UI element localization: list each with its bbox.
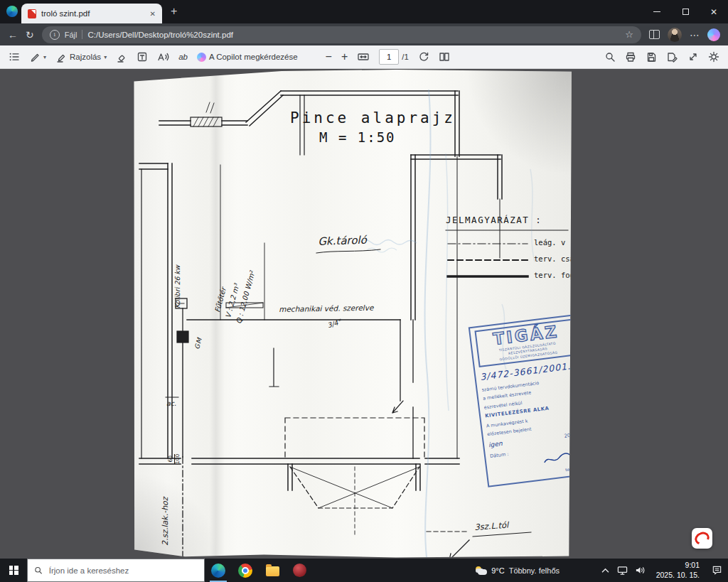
edge-icon (211, 564, 225, 578)
boiler-note: Kolibri 26 kw (173, 265, 181, 308)
legend-item-label: terv. fogy (534, 271, 572, 279)
profile-avatar[interactable] (668, 28, 682, 42)
contents-button[interactable] (9, 51, 20, 63)
close-button[interactable]: ✕ (700, 0, 728, 23)
url-scheme-label: Fájl (65, 31, 77, 39)
hidden-icons-chevron-icon[interactable] (601, 567, 610, 573)
menu-ellipsis-icon[interactable]: ⋯ (690, 29, 700, 41)
minimize-button[interactable] (643, 0, 671, 23)
add-text-button[interactable] (136, 51, 148, 63)
new-tab-button[interactable]: + (171, 5, 177, 18)
action-center-button[interactable] (705, 559, 728, 582)
page-number-group: 1 /1 (379, 49, 409, 65)
scanned-blueprint-page: Pince alaprajz M = 1:50 Gk.tároló JELMAG… (132, 70, 572, 559)
zoom-in-button[interactable]: + (341, 51, 348, 63)
read-aloud-icon (157, 51, 169, 63)
refresh-icon[interactable]: ↻ (26, 30, 34, 40)
taskbar-clock[interactable]: 9:01 2025. 10. 15. (654, 559, 700, 582)
pdf-favicon-icon (28, 9, 36, 18)
mechanical-note: mechanikai véd. szerelve (279, 303, 374, 313)
plan-title: Pince alaprajz (290, 109, 456, 126)
stamp-yes-note: igen (488, 440, 503, 448)
edge-window-icon[interactable] (6, 6, 18, 17)
legend-item-label: leág. v (534, 238, 565, 247)
search-document-button[interactable] (604, 51, 616, 63)
browser-tab[interactable]: troló szint.pdf ✕ (21, 4, 162, 23)
page-number-input[interactable]: 1 (379, 49, 399, 65)
volume-icon[interactable] (635, 565, 646, 576)
dictionary-button[interactable]: ab (178, 53, 188, 61)
weather-widget[interactable]: 9°C Többny. felhős (468, 559, 567, 582)
weather-icon (475, 566, 487, 575)
taskbar-chrome-button[interactable] (232, 559, 259, 582)
tab-title: troló szint.pdf (41, 9, 145, 18)
draw-label: Rajzolás (70, 53, 101, 61)
plus-icon: + (341, 51, 348, 63)
gear-icon (708, 51, 719, 63)
draw-button[interactable]: Rajzolás ▾ (55, 51, 107, 63)
network-icon[interactable] (617, 565, 628, 576)
maximize-button[interactable] (671, 0, 700, 23)
page-count-label: /1 (402, 53, 409, 61)
save-as-button[interactable] (666, 51, 678, 63)
dimension-bottom: 100 (174, 454, 181, 464)
clock-time: 9:01 (685, 561, 700, 571)
legend-item-label: terv. csatl (534, 254, 572, 263)
legend-title: JELMAGYARÁZAT : (446, 215, 542, 225)
read-aloud-button[interactable] (157, 51, 169, 63)
taskbar-search[interactable] (27, 559, 205, 582)
text-box-icon (136, 51, 148, 63)
rotate-button[interactable] (418, 51, 429, 63)
taskbar-app-button[interactable] (286, 559, 313, 582)
open-in-acrobat-button[interactable] (692, 528, 712, 549)
taskbar-edge-button[interactable] (205, 559, 232, 582)
favorite-star-icon[interactable]: ☆ (625, 29, 633, 40)
search-icon (34, 566, 43, 575)
divider (82, 30, 82, 39)
search-input[interactable] (48, 566, 198, 576)
weather-condition: Többny. felhős (509, 566, 560, 575)
rotate-icon (418, 51, 429, 63)
pdf-viewer-canvas: Pince alaprajz M = 1:50 Gk.tároló JELMAG… (0, 70, 728, 559)
pen-icon (29, 51, 41, 63)
save-icon (646, 51, 657, 63)
two-page-view-icon (439, 51, 450, 63)
settings-button[interactable] (708, 51, 719, 63)
url-field[interactable]: i Fájl C:/Users/Dell/Desktop/troló%20szi… (42, 26, 641, 43)
weather-temp: 9°C (491, 566, 504, 575)
zoom-out-button[interactable]: − (326, 51, 332, 63)
url-text[interactable]: C:/Users/Dell/Desktop/troló%20szint.pdf (87, 31, 620, 39)
dictionary-icon: ab (178, 53, 188, 61)
pen-tool-button[interactable]: ▾ (29, 51, 46, 63)
fit-to-width-button[interactable] (357, 51, 370, 63)
print-button[interactable] (625, 51, 636, 63)
save-button[interactable] (646, 51, 657, 63)
chrome-icon (238, 564, 252, 578)
notification-icon (712, 565, 722, 576)
stamp-date-mark: 2001 NOV (563, 429, 572, 439)
pipe-material-note: ac. (166, 399, 176, 407)
windows-taskbar: 9°C Többny. felhős 9:01 2025. 10. 15. (0, 559, 728, 582)
room-label: Gk.tároló (318, 234, 367, 248)
back-icon[interactable]: ← (8, 30, 18, 40)
page-view-button[interactable] (439, 51, 450, 63)
title-bar: troló szint.pdf ✕ + ✕ (0, 0, 728, 23)
ask-copilot-button[interactable]: A Copilot megkérdezése (197, 53, 298, 62)
eraser-icon (116, 51, 127, 63)
windows-logo-icon (9, 566, 18, 575)
chevron-down-icon: ▾ (104, 54, 107, 60)
pdf-toolbar: ▾ Rajzolás ▾ ab A Copilot megkérdezése −… (0, 45, 728, 69)
eraser-button[interactable] (116, 51, 127, 63)
clock-date: 2025. 10. 15. (656, 571, 700, 581)
page-info-icon[interactable]: i (50, 30, 60, 40)
fit-width-icon (357, 51, 370, 63)
address-bar: ← ↻ i Fájl C:/Users/Dell/Desktop/troló%2… (0, 23, 728, 45)
table-of-contents-icon (9, 51, 20, 63)
copilot-icon[interactable] (707, 28, 720, 41)
red-app-icon (293, 564, 306, 577)
taskbar-explorer-button[interactable] (259, 559, 286, 582)
start-button[interactable] (0, 559, 27, 582)
fullscreen-button[interactable] (687, 51, 699, 63)
split-screen-icon[interactable] (649, 30, 660, 39)
tab-close-icon[interactable]: ✕ (150, 10, 156, 18)
